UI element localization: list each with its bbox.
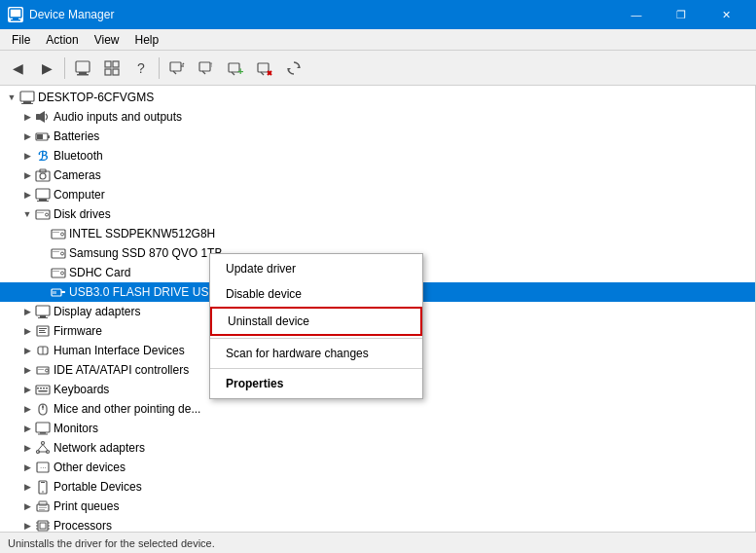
batteries-arrow[interactable]: ▶	[19, 129, 35, 144]
audio-arrow[interactable]: ▶	[19, 109, 35, 125]
svg-rect-32	[48, 135, 50, 138]
ctx-properties[interactable]: Properties	[210, 371, 422, 396]
scan-button[interactable]	[163, 55, 191, 82]
svg-line-85	[43, 445, 48, 451]
print-icon	[35, 498, 51, 514]
display-arrow[interactable]: ▶	[19, 304, 35, 319]
print-arrow[interactable]: ▶	[19, 498, 35, 514]
add-button[interactable]: +	[222, 55, 249, 82]
disk3-label: SDHC Card	[69, 266, 130, 279]
svg-rect-26	[20, 92, 34, 101]
disk2-icon	[51, 245, 66, 261]
cameras-arrow[interactable]: ▶	[19, 167, 35, 183]
svg-point-67	[46, 369, 49, 372]
ctx-separator-1	[210, 338, 422, 339]
disk3-icon	[51, 265, 66, 280]
root-arrow[interactable]: ▼	[4, 90, 19, 105]
ctx-disable-device[interactable]: Disable device	[210, 281, 422, 307]
mice-arrow[interactable]: ▶	[19, 401, 35, 417]
svg-rect-6	[105, 61, 111, 67]
update-button[interactable]: ↑	[193, 55, 220, 82]
keyboards-arrow[interactable]: ▶	[19, 382, 35, 397]
svg-point-90	[42, 491, 44, 493]
battery-icon	[35, 129, 51, 144]
help-button[interactable]: ?	[127, 55, 155, 82]
network-label: Network adapters	[54, 441, 145, 455]
hid-arrow[interactable]: ▶	[19, 343, 35, 358]
svg-rect-63	[39, 332, 46, 333]
device-tree[interactable]: ▼ DESKTOP-6CFVGMS ▶ Audio inputs and	[0, 86, 756, 532]
audio-label: Audio inputs and outputs	[54, 110, 182, 124]
firmware-arrow[interactable]: ▶	[19, 323, 35, 339]
tree-item-audio[interactable]: ▶ Audio inputs and outputs	[0, 107, 755, 127]
menu-file[interactable]: File	[4, 31, 38, 49]
menu-help[interactable]: Help	[127, 31, 167, 49]
diskdrives-arrow[interactable]: ▼	[19, 206, 35, 222]
svg-point-42	[46, 213, 49, 216]
monitors-arrow[interactable]: ▶	[19, 421, 35, 436]
tree-item-disk1[interactable]: INTEL SSDPEKNW512G8H	[0, 224, 755, 243]
svg-rect-57	[36, 306, 50, 315]
network-arrow[interactable]: ▶	[19, 440, 35, 456]
portable-arrow[interactable]: ▶	[19, 479, 35, 495]
remove-button[interactable]	[251, 55, 278, 82]
cameras-label: Cameras	[54, 168, 101, 182]
tree-item-computer[interactable]: ▶ Computer	[0, 185, 755, 204]
tree-item-processors[interactable]: ▶ Processors	[0, 516, 755, 532]
status-text: Uninstalls the driver for the selected d…	[8, 537, 215, 549]
tree-item-mice[interactable]: ▶ Mice and other pointing de...	[0, 399, 755, 419]
disk1-label: INTEL SSDPEKNW512G8H	[69, 227, 215, 240]
maximize-button[interactable]: ❐	[659, 0, 703, 29]
tree-item-network[interactable]: ▶ Network adapters	[0, 438, 755, 458]
ide-label: IDE ATA/ATAPI controllers	[54, 363, 189, 377]
toolbar-separator-2	[159, 57, 160, 79]
svg-rect-50	[52, 269, 65, 277]
svg-rect-73	[46, 387, 48, 389]
tree-item-batteries[interactable]: ▶ Batteries	[0, 127, 755, 146]
back-button[interactable]: ◀	[4, 55, 31, 82]
grid-button[interactable]	[98, 55, 126, 82]
properties-button[interactable]	[69, 55, 96, 82]
svg-rect-41	[36, 210, 50, 219]
tree-item-monitors[interactable]: ▶ Monitors	[0, 419, 755, 438]
svg-point-81	[42, 442, 45, 445]
root-label: DESKTOP-6CFVGMS	[38, 91, 154, 104]
svg-rect-95	[39, 509, 45, 510]
tree-item-print[interactable]: ▶ Print queues	[0, 497, 755, 516]
context-menu: Update driver Disable device Uninstall d…	[209, 253, 423, 399]
usb-disk-icon	[51, 284, 66, 300]
forward-button[interactable]: ▶	[33, 55, 60, 82]
svg-rect-61	[39, 328, 47, 329]
menu-view[interactable]: View	[87, 31, 127, 49]
other-arrow[interactable]: ▶	[19, 460, 35, 475]
minimize-button[interactable]: —	[614, 0, 659, 29]
tree-item-other[interactable]: ▶ ··· Other devices	[0, 458, 755, 477]
processors-arrow[interactable]: ▶	[19, 518, 35, 532]
svg-rect-74	[39, 390, 48, 392]
tree-item-portable[interactable]: ▶ Portable Devices	[0, 477, 755, 497]
svg-rect-44	[52, 230, 65, 239]
menu-action[interactable]: Action	[38, 31, 86, 49]
print-label: Print queues	[54, 499, 119, 513]
tree-item-cameras[interactable]: ▶ Cameras	[0, 166, 755, 185]
hid-icon	[35, 343, 51, 358]
computer-tree-icon	[35, 187, 51, 203]
computer-tree-arrow[interactable]: ▶	[19, 187, 35, 203]
ctx-scan-hardware[interactable]: Scan for hardware changes	[210, 341, 422, 366]
refresh-button[interactable]	[280, 55, 307, 82]
tree-root[interactable]: ▼ DESKTOP-6CFVGMS	[0, 88, 755, 107]
svg-rect-58	[40, 315, 46, 317]
toolbar-separator-1	[64, 57, 65, 79]
close-button[interactable]: ✕	[703, 0, 748, 29]
ctx-update-driver[interactable]: Update driver	[210, 256, 422, 281]
bluetooth-arrow[interactable]: ▶	[19, 148, 35, 164]
svg-rect-43	[37, 212, 44, 213]
tree-item-diskdrives[interactable]: ▼ Disk drives	[0, 204, 755, 224]
monitor-icon	[35, 421, 51, 436]
svg-rect-47	[52, 249, 65, 258]
tree-item-bluetooth[interactable]: ▶ ℬ Bluetooth	[0, 146, 755, 166]
ctx-uninstall-device[interactable]: Uninstall device	[210, 307, 422, 336]
svg-point-77	[42, 406, 44, 408]
display-label: Display adapters	[54, 305, 140, 318]
ide-arrow[interactable]: ▶	[19, 362, 35, 378]
